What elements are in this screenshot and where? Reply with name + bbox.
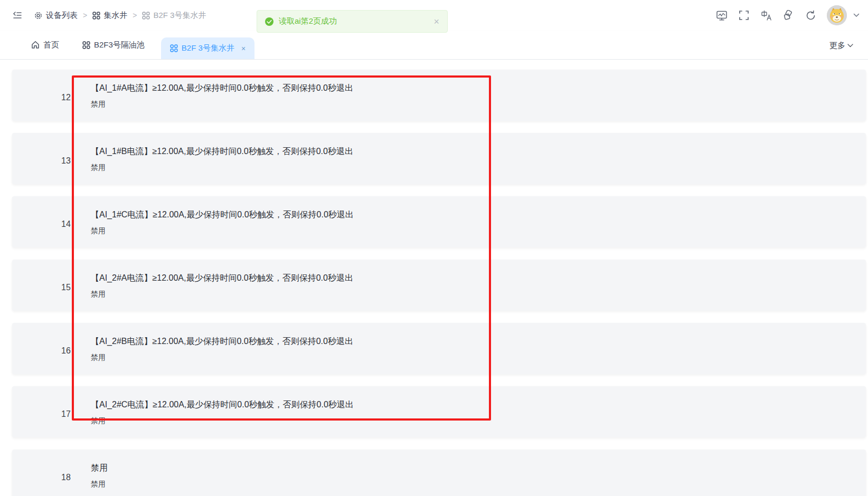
row-status-text: 禁用 [91, 159, 353, 175]
row-rule-text: 【AI_2#B电流】≥12.00A,最少保持时间0.0秒触发，否则保持0.0秒退… [91, 333, 353, 349]
row-rule-text: 禁用 [91, 460, 108, 476]
row-rule-text: 【AI_1#B电流】≥12.00A,最少保持时间0.0秒触发，否则保持0.0秒退… [91, 144, 353, 159]
tab-bar: 首页 B2F3号隔油池 B2F 3号集水井 × 更多 [0, 31, 868, 60]
rule-list-panel: 12 【AI_1#A电流】≥12.00A,最少保持时间0.0秒触发，否则保持0.… [0, 60, 868, 496]
table-row[interactable]: 16 【AI_2#B电流】≥12.00A,最少保持时间0.0秒触发，否则保持0.… [12, 323, 866, 374]
row-index: 14 [55, 220, 77, 229]
row-index: 16 [55, 346, 77, 356]
table-row[interactable]: 15 【AI_2#A电流】≥12.00A,最少保持时间0.0秒触发，否则保持0.… [12, 260, 866, 311]
table-row[interactable]: 18 禁用 禁用 [12, 450, 866, 496]
breadcrumb-label: 集水井 [103, 11, 127, 21]
app-window: 设备列表 > 集水井 > [0, 0, 868, 496]
grid-icon [142, 12, 150, 20]
breadcrumb-label: 设备列表 [46, 11, 78, 21]
breadcrumb-item-device-list[interactable]: 设备列表 [34, 11, 78, 21]
table-row[interactable]: 13 【AI_1#B电流】≥12.00A,最少保持时间0.0秒触发，否则保持0.… [12, 133, 866, 184]
tab-label: B2F3号隔油池 [94, 40, 145, 50]
row-status-text: 禁用 [91, 413, 354, 428]
tab-label: 首页 [43, 40, 59, 50]
row-rule-text: 【AI_1#C电流】≥12.00A,最少保持时间0.0秒触发，否则保持0.0秒退… [91, 207, 354, 223]
row-content: 【AI_2#A电流】≥12.00A,最少保持时间0.0秒触发，否则保持0.0秒退… [91, 270, 353, 302]
grid-icon [92, 12, 100, 20]
refresh-icon[interactable] [805, 9, 816, 21]
row-index: 12 [55, 93, 77, 102]
row-index: 18 [55, 473, 77, 482]
breadcrumb: 设备列表 > 集水井 > [34, 11, 206, 21]
row-status-text: 禁用 [91, 476, 108, 492]
breadcrumb-separator: > [83, 11, 87, 20]
row-index: 15 [55, 283, 77, 292]
breadcrumb-item-sump-well[interactable]: 集水井 [92, 11, 127, 21]
breadcrumb-label: B2F 3号集水井 [153, 11, 206, 21]
chevron-down-icon[interactable] [853, 13, 860, 17]
row-index: 17 [55, 409, 77, 419]
tabs-more-button[interactable]: 更多 [829, 41, 868, 51]
tab-home[interactable]: 首页 [29, 31, 61, 60]
toast-message: 读取ai第2页成功 [279, 16, 337, 26]
avatar[interactable] [827, 5, 847, 25]
monitor-chart-icon[interactable] [716, 9, 728, 21]
row-content: 【AI_1#A电流】≥12.00A,最少保持时间0.0秒触发，否则保持0.0秒退… [91, 80, 353, 112]
fullscreen-icon[interactable] [738, 9, 750, 21]
table-row[interactable]: 17 【AI_2#C电流】≥12.00A,最少保持时间0.0秒触发，否则保持0.… [12, 386, 866, 437]
row-content: 【AI_1#C电流】≥12.00A,最少保持时间0.0秒触发，否则保持0.0秒退… [91, 207, 354, 239]
grid-icon [170, 44, 178, 52]
row-content: 【AI_1#B电流】≥12.00A,最少保持时间0.0秒触发，否则保持0.0秒退… [91, 144, 353, 175]
row-status-text: 禁用 [91, 223, 354, 239]
row-rule-text: 【AI_1#A电流】≥12.00A,最少保持时间0.0秒触发，否则保持0.0秒退… [91, 80, 353, 96]
rule-list: 12 【AI_1#A电流】≥12.00A,最少保持时间0.0秒触发，否则保持0.… [12, 70, 866, 496]
tab-close-icon[interactable]: × [241, 45, 246, 52]
tabs-more-label: 更多 [829, 41, 845, 51]
home-icon [31, 41, 40, 49]
gear-icon [34, 11, 43, 20]
row-index: 13 [55, 156, 77, 166]
translate-icon[interactable] [760, 9, 772, 21]
tab-label: B2F 3号集水井 [182, 43, 234, 53]
breadcrumb-item-current-page: B2F 3号集水井 [142, 11, 206, 21]
success-check-icon [265, 17, 273, 26]
tab-b2f3-sump-well-active[interactable]: B2F 3号集水井 × [161, 37, 254, 59]
table-row[interactable]: 12 【AI_1#A电流】≥12.00A,最少保持时间0.0秒触发，否则保持0.… [12, 70, 866, 121]
row-rule-text: 【AI_2#A电流】≥12.00A,最少保持时间0.0秒触发，否则保持0.0秒退… [91, 270, 353, 286]
row-status-text: 禁用 [91, 96, 353, 112]
row-content: 禁用 禁用 [91, 460, 108, 492]
toast-close-icon[interactable]: × [433, 17, 439, 26]
grid-icon [82, 41, 90, 49]
row-status-text: 禁用 [91, 286, 353, 302]
breadcrumb-separator: > [133, 11, 137, 20]
row-rule-text: 【AI_2#C电流】≥12.00A,最少保持时间0.0秒触发，否则保持0.0秒退… [91, 397, 354, 413]
theme-icon[interactable] [782, 9, 794, 21]
table-row[interactable]: 14 【AI_1#C电流】≥12.00A,最少保持时间0.0秒触发，否则保持0.… [12, 196, 866, 247]
row-content: 【AI_2#B电流】≥12.00A,最少保持时间0.0秒触发，否则保持0.0秒退… [91, 333, 353, 365]
sidebar-collapse-icon[interactable] [12, 9, 23, 21]
row-status-text: 禁用 [91, 349, 353, 365]
chevron-down-icon [847, 44, 853, 47]
topbar-actions [716, 5, 868, 25]
row-content: 【AI_2#C电流】≥12.00A,最少保持时间0.0秒触发，否则保持0.0秒退… [91, 397, 354, 428]
toast-success: 读取ai第2页成功 × [257, 10, 448, 33]
tab-b2f3-grease-trap[interactable]: B2F3号隔油池 [80, 31, 147, 60]
